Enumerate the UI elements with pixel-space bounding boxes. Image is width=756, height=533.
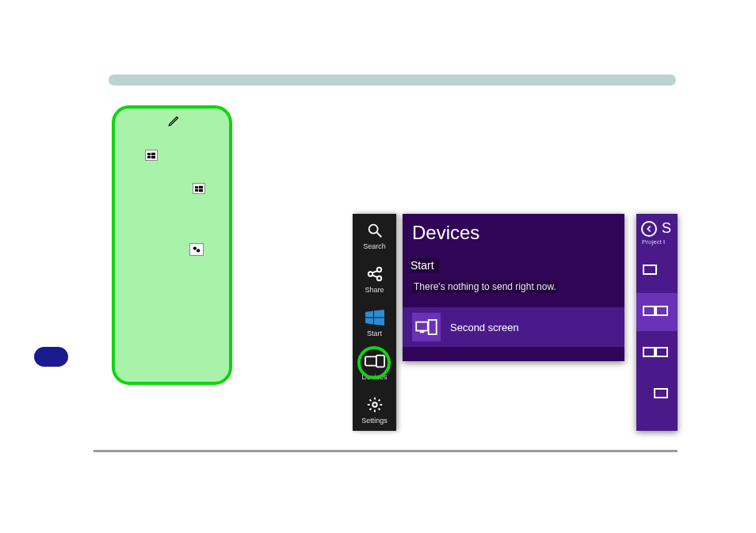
- svg-line-15: [372, 271, 376, 273]
- windows-icon: [145, 150, 158, 161]
- svg-point-10: [368, 225, 377, 234]
- project-header: S: [636, 214, 678, 238]
- charm-settings[interactable]: Settings: [353, 387, 396, 431]
- project-option[interactable]: [636, 334, 678, 372]
- devices-message: There's nothing to send right now.: [412, 280, 558, 293]
- second-screen-label: Second screen: [450, 322, 519, 333]
- svg-point-14: [376, 276, 381, 281]
- project-option[interactable]: [636, 375, 678, 413]
- second-screen-icon: [412, 313, 441, 341]
- project-option[interactable]: [636, 293, 678, 331]
- charm-devices[interactable]: Devices: [353, 344, 396, 387]
- devices-panel: Devices Start There's nothing to send ri…: [403, 214, 624, 361]
- project-subtitle: Project t: [636, 238, 678, 252]
- duplicate-icon: [643, 303, 670, 322]
- share-icon: [365, 264, 385, 284]
- svg-point-12: [368, 272, 372, 276]
- charm-label: Start: [367, 329, 382, 337]
- pc-only-icon: [643, 261, 670, 280]
- devices-small-icon: [189, 243, 204, 256]
- svg-rect-24: [416, 322, 428, 331]
- svg-point-9: [197, 249, 200, 252]
- decorative-divider: [94, 450, 678, 452]
- project-title: S: [662, 220, 671, 237]
- svg-marker-19: [365, 318, 373, 324]
- charm-label: Settings: [361, 417, 388, 424]
- devices-title: Devices: [412, 222, 624, 244]
- svg-rect-7: [199, 188, 203, 191]
- svg-point-13: [376, 268, 381, 272]
- decorative-top-bar: [109, 74, 676, 86]
- devices-subtitle: Start: [410, 258, 439, 272]
- charm-search[interactable]: Search: [353, 214, 396, 257]
- svg-rect-25: [420, 331, 424, 333]
- search-icon: [365, 220, 385, 241]
- decorative-pill: [34, 347, 68, 367]
- svg-rect-2: [147, 155, 151, 158]
- svg-line-11: [376, 233, 381, 238]
- second-screen-item[interactable]: Second screen: [403, 307, 624, 347]
- svg-point-23: [372, 402, 377, 407]
- extend-icon: [643, 344, 670, 363]
- svg-rect-4: [195, 186, 198, 188]
- charm-share[interactable]: Share: [353, 257, 396, 301]
- project-option[interactable]: [636, 252, 678, 290]
- note-highlight-box: [112, 105, 232, 385]
- svg-rect-1: [151, 152, 155, 154]
- svg-rect-0: [147, 153, 151, 155]
- project-panel: S Project t: [636, 214, 678, 431]
- devices-icon: [365, 351, 385, 371]
- svg-marker-18: [374, 310, 384, 318]
- pen-icon: [167, 113, 181, 128]
- windows-icon: [193, 183, 205, 194]
- charm-label: Share: [365, 286, 384, 294]
- svg-rect-5: [199, 185, 203, 188]
- second-only-icon: [643, 385, 670, 404]
- svg-rect-6: [195, 188, 198, 191]
- charm-label: Search: [363, 242, 386, 250]
- back-icon[interactable]: [641, 221, 657, 237]
- svg-marker-20: [374, 318, 384, 326]
- settings-gear-icon: [365, 394, 385, 415]
- charm-label: Devices: [361, 373, 387, 381]
- svg-marker-17: [365, 310, 373, 317]
- svg-line-16: [372, 276, 376, 278]
- charms-bar: Search Share Start Devices Settings: [353, 214, 396, 431]
- svg-rect-22: [376, 355, 384, 367]
- svg-rect-26: [429, 320, 437, 334]
- charm-start[interactable]: Start: [353, 301, 396, 345]
- windows-start-icon: [365, 307, 385, 328]
- svg-point-8: [193, 246, 197, 249]
- svg-rect-3: [151, 155, 155, 158]
